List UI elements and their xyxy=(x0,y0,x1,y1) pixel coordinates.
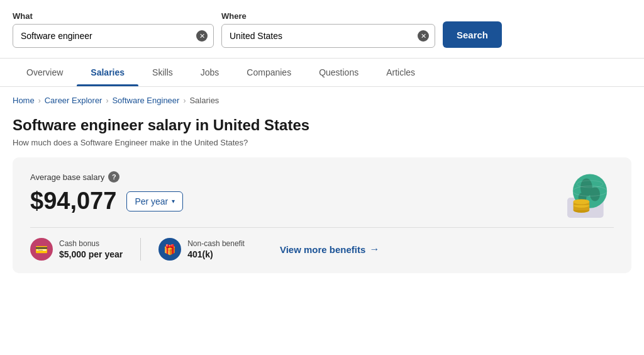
cash-bonus-icon: 💳 xyxy=(30,238,53,261)
where-label: Where xyxy=(221,11,435,21)
salary-row: $94,077 Per year ▾ xyxy=(30,188,614,215)
breadcrumb-current: Salaries xyxy=(189,96,219,105)
tab-salaries[interactable]: Salaries xyxy=(77,59,138,86)
arrow-right-icon: → xyxy=(369,244,379,255)
tab-overview[interactable]: Overview xyxy=(13,59,77,86)
tab-jobs[interactable]: Jobs xyxy=(187,59,233,86)
what-label: What xyxy=(13,11,214,21)
what-clear-button[interactable]: ✕ xyxy=(196,30,208,42)
page-title-area: Software engineer salary in United State… xyxy=(0,111,644,157)
salary-card: Average base salary ? $94,077 Per year ▾… xyxy=(13,157,631,273)
help-icon[interactable]: ? xyxy=(108,171,119,183)
breadcrumb-sep-3: › xyxy=(183,96,186,105)
tab-articles[interactable]: Articles xyxy=(372,59,429,86)
where-input[interactable] xyxy=(221,24,435,48)
non-cash-value: 401(k) xyxy=(187,249,245,259)
page-subtitle: How much does a Software Engineer make i… xyxy=(13,138,631,147)
chevron-down-icon: ▾ xyxy=(172,198,175,205)
search-button[interactable]: Search xyxy=(443,21,502,48)
tab-companies[interactable]: Companies xyxy=(233,59,305,86)
salary-amount: $94,077 xyxy=(30,188,116,215)
search-bar: What ✕ Where ✕ Search xyxy=(0,0,644,59)
breadcrumb-career-explorer[interactable]: Career Explorer xyxy=(45,96,103,105)
svg-point-12 xyxy=(574,199,590,204)
avg-label-row: Average base salary ? xyxy=(30,171,614,183)
breadcrumb: Home › Career Explorer › Software Engine… xyxy=(0,87,644,111)
non-cash-benefit: 🎁 Non-cash benefit 401(k) xyxy=(158,238,262,261)
benefits-row: 💳 Cash bonus $5,000 per year 🎁 Non-cash … xyxy=(30,227,614,261)
cash-bonus-value: $5,000 per year xyxy=(59,249,123,259)
breadcrumb-software-engineer[interactable]: Software Engineer xyxy=(112,96,179,105)
nav-tabs: Overview Salaries Skills Jobs Companies … xyxy=(0,59,644,87)
per-year-dropdown[interactable]: Per year ▾ xyxy=(126,191,183,211)
view-more-label: View more benefits xyxy=(280,244,365,255)
tab-skills[interactable]: Skills xyxy=(138,59,187,86)
where-clear-button[interactable]: ✕ xyxy=(418,30,429,42)
page-title: Software engineer salary in United State… xyxy=(13,116,631,134)
breadcrumb-sep-1: › xyxy=(38,96,41,105)
per-year-label: Per year xyxy=(135,196,168,206)
breadcrumb-sep-2: › xyxy=(106,96,108,105)
cash-bonus-benefit: 💳 Cash bonus $5,000 per year xyxy=(30,238,141,261)
avg-base-salary-label: Average base salary xyxy=(30,172,104,182)
non-cash-label: Non-cash benefit xyxy=(187,239,245,248)
what-input[interactable] xyxy=(13,24,214,48)
globe-illustration xyxy=(562,170,613,222)
cash-bonus-label: Cash bonus xyxy=(59,239,123,248)
breadcrumb-home[interactable]: Home xyxy=(13,96,35,105)
non-cash-icon: 🎁 xyxy=(158,238,181,261)
svg-point-3 xyxy=(590,187,600,201)
tab-questions[interactable]: Questions xyxy=(305,59,372,86)
what-field: What ✕ xyxy=(13,11,214,48)
where-field: Where ✕ xyxy=(221,11,435,48)
view-more-benefits-link[interactable]: View more benefits → xyxy=(280,244,379,255)
